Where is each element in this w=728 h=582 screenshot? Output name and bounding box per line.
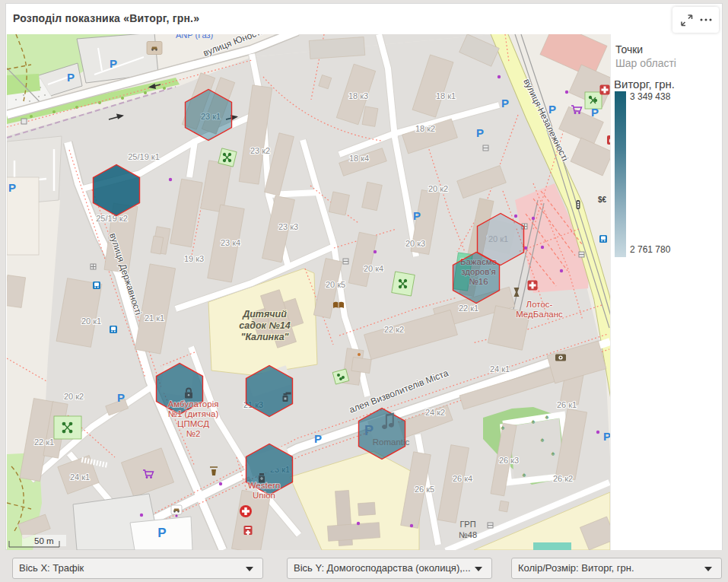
svg-text:♠: ♠ (532, 418, 536, 425)
svg-text:26 к3: 26 к3 (499, 456, 519, 465)
svg-text:20 к4: 20 к4 (364, 264, 383, 273)
svg-text:19 к3: 19 к3 (184, 254, 204, 263)
svg-text:Амбулаторія: Амбулаторія (168, 399, 219, 409)
svg-text:"Калинка": "Калинка" (240, 332, 289, 342)
svg-text:Р: Р (603, 430, 610, 443)
svg-text:Western: Western (248, 481, 281, 490)
svg-text:P: P (364, 423, 374, 438)
svg-text:P: P (548, 103, 556, 116)
svg-text:26 к2: 26 к2 (553, 474, 573, 483)
svg-text:$€: $€ (598, 196, 607, 204)
svg-text:25/19 к1: 25/19 к1 (128, 152, 160, 161)
svg-text:P: P (413, 209, 421, 222)
svg-text:P: P (591, 106, 599, 119)
svg-text:№48: №48 (459, 530, 477, 539)
svg-text:♠: ♠ (523, 471, 526, 479)
svg-text:50 m: 50 m (34, 536, 54, 545)
svg-text:24 к2: 24 к2 (425, 408, 445, 417)
svg-text:20 к5: 20 к5 (326, 280, 345, 289)
svg-text:26 к1: 26 к1 (557, 400, 577, 409)
svg-text:♠: ♠ (545, 413, 549, 421)
svg-text:ANP (Газ): ANP (Газ) (176, 34, 213, 40)
svg-text:22 к1: 22 к1 (34, 437, 54, 447)
svg-text:25/19 к2: 25/19 к2 (96, 214, 128, 223)
svg-text:18 к4: 18 к4 (349, 154, 369, 163)
svg-text:P: P (314, 432, 322, 445)
svg-text:P: P (476, 126, 484, 139)
svg-text:24 к1: 24 к1 (70, 472, 90, 482)
svg-text:P: P (117, 391, 125, 404)
svg-text:21 к1: 21 к1 (145, 313, 164, 323)
svg-text:№2: №2 (186, 429, 201, 438)
svg-text:P: P (501, 97, 509, 110)
svg-text:♠: ♠ (541, 436, 545, 444)
svg-text:26 к5: 26 к5 (415, 485, 434, 494)
svg-text:Дитячий: Дитячий (242, 309, 287, 320)
svg-text:20 к2: 20 к2 (64, 392, 84, 401)
svg-text:20 к1: 20 к1 (81, 316, 101, 326)
svg-text:20 к2: 20 к2 (428, 184, 448, 193)
svg-text:P: P (110, 57, 117, 70)
svg-text:Лотос-: Лотос- (526, 300, 553, 309)
svg-text:18 к3: 18 к3 (348, 91, 368, 100)
svg-text:♠: ♠ (552, 450, 555, 457)
svg-text:садок №14: садок №14 (239, 320, 290, 331)
svg-text:18 к2: 18 к2 (415, 124, 435, 133)
svg-text:24 к1: 24 к1 (490, 364, 510, 374)
svg-text:22 к2: 22 к2 (384, 325, 404, 334)
svg-text:20 к3: 20 к3 (405, 239, 425, 248)
svg-text:23 к4: 23 к4 (221, 238, 240, 247)
svg-text:ГРП: ГРП (459, 520, 475, 529)
svg-text:№1 (дитяча): №1 (дитяча) (168, 409, 219, 418)
svg-text:♠: ♠ (501, 424, 505, 431)
svg-text:P: P (67, 71, 75, 84)
svg-text:Union: Union (253, 491, 275, 500)
svg-text:18 к1: 18 к1 (436, 91, 456, 100)
svg-text:ЦПМСД: ЦПМСД (177, 419, 209, 428)
svg-text:Romantic: Romantic (373, 437, 410, 447)
svg-text:P: P (157, 526, 166, 540)
svg-text:26 к4: 26 к4 (453, 474, 472, 483)
svg-text:МедБаланс: МедБаланс (516, 310, 563, 319)
svg-text:23 к3: 23 к3 (278, 222, 298, 231)
svg-text:P: P (8, 181, 16, 194)
svg-text:22 к1: 22 к1 (459, 304, 478, 313)
svg-text:23 к2: 23 к2 (250, 146, 270, 155)
svg-text:20 к1: 20 к1 (488, 234, 508, 243)
